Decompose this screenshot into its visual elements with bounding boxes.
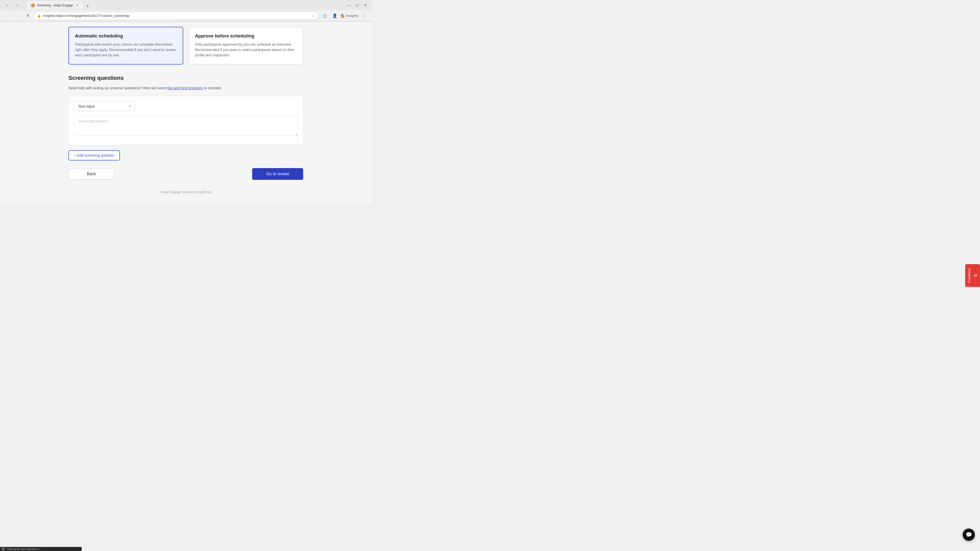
incognito-label: Incognito [346, 14, 358, 17]
back-nav-btn[interactable]: ← [3, 12, 11, 20]
approve-before-scheduling-card[interactable]: Approve before scheduling Only participa… [188, 27, 303, 65]
footer-text: Hotjar Engage (formerly PingPong) [160, 190, 212, 194]
incognito-icon: 🕵 [341, 14, 345, 17]
back-button[interactable]: Back [68, 168, 115, 179]
address-bar[interactable]: 🔒 ☆ [34, 12, 318, 20]
main-container: Automatic scheduling Participants who ma… [63, 22, 308, 203]
new-tab-btn[interactable]: + [84, 3, 91, 10]
menu-btn[interactable]: ⋮ [360, 12, 369, 20]
incognito-badge: 🕵 Incognito [341, 14, 358, 17]
maximize-btn[interactable]: ◻ [354, 2, 360, 8]
tab-back-btn[interactable]: ‹ [3, 1, 11, 9]
help-text-before: Need help with setting up screener quest… [68, 86, 167, 90]
tab-forward-btn[interactable]: › [13, 1, 21, 9]
approve-scheduling-desc: Only participants approved by you can sc… [195, 42, 297, 58]
chevron-down-icon: ▾ [129, 105, 130, 108]
minimize-btn[interactable]: — [346, 2, 352, 8]
tab-bar: Screening - Hotjar Engage ✕ + [24, 0, 94, 10]
screening-section-title: Screening questions [68, 75, 303, 81]
add-question-label: + Add screening question [74, 153, 115, 157]
nav-bar: ← → ✕ 🔒 ☆ ◫ 👤 🕵 Incognito ⋮ [0, 10, 372, 21]
screening-question-input[interactable] [74, 115, 298, 136]
automatic-scheduling-title: Automatic scheduling [75, 33, 177, 39]
question-type-label: Text input [78, 104, 94, 108]
nav-right-controls: ◫ 👤 🕵 Incognito ⋮ [321, 12, 369, 20]
automatic-scheduling-card[interactable]: Automatic scheduling Participants who ma… [68, 27, 183, 65]
active-tab[interactable]: Screening - Hotjar Engage ✕ [27, 0, 83, 10]
bookmark-star-icon[interactable]: ☆ [312, 13, 315, 18]
automatic-scheduling-desc: Participants who match your criteria can… [75, 42, 177, 58]
screening-section: Screening questions Need help with setti… [68, 72, 303, 183]
tab-close-btn[interactable]: ✕ [75, 3, 79, 7]
approve-scheduling-title: Approve before scheduling [195, 33, 297, 39]
reader-view-btn[interactable]: ◫ [321, 12, 329, 20]
tab-title: Screening - Hotjar Engage [37, 3, 73, 7]
help-text-after: to consider. [203, 86, 222, 90]
question-type-dropdown[interactable]: Text input ▾ [74, 101, 135, 111]
close-btn[interactable]: ✕ [363, 2, 369, 8]
window-controls: ‹ › [3, 1, 21, 9]
add-screening-question-button[interactable]: + Add screening question [68, 150, 120, 160]
go-to-review-button[interactable]: Go to review [252, 168, 303, 180]
reload-btn[interactable]: ✕ [24, 12, 32, 20]
action-row: Back Go to review [68, 168, 303, 180]
page-content: Automatic scheduling Participants who ma… [0, 22, 372, 203]
tab-favicon [31, 3, 35, 7]
tips-link[interactable]: tips and best practices [167, 86, 203, 90]
screening-help-text: Need help with setting up screener quest… [68, 86, 303, 91]
profile-btn[interactable]: 👤 [331, 12, 339, 20]
resize-handle-icon: ↘ [74, 136, 298, 140]
title-bar: ‹ › Screening - Hotjar Engage ✕ + — ◻ ✕ [0, 0, 372, 10]
question-card: Text input ▾ ↘ [68, 96, 303, 145]
scheduling-cards-section: Automatic scheduling Participants who ma… [68, 22, 303, 72]
footer: Hotjar Engage (formerly PingPong) [68, 183, 303, 197]
forward-nav-btn[interactable]: → [13, 12, 21, 20]
url-input[interactable] [43, 14, 310, 17]
